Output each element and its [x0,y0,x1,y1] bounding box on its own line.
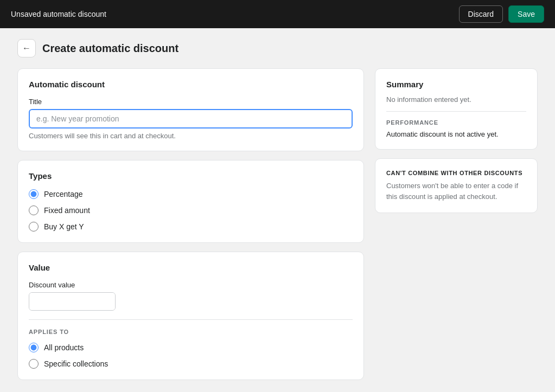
summary-card: Summary No information entered yet. PERF… [375,68,538,150]
type-fixed-amount[interactable]: Fixed amount [29,205,353,215]
type-percentage[interactable]: Percentage [29,189,353,199]
back-arrow-icon: ← [22,43,31,53]
type-fixed-amount-label: Fixed amount [44,206,90,215]
types-title: Types [29,171,353,181]
page-title: Create automatic discount [42,42,178,55]
type-buy-x-get-y[interactable]: Buy X get Y [29,222,353,232]
type-buy-x-get-y-radio[interactable] [29,222,39,232]
type-percentage-radio[interactable] [29,189,39,199]
automatic-discount-title: Automatic discount [29,80,353,89]
summary-empty-text: No information entered yet. [386,95,526,104]
title-field-label: Title [29,98,353,106]
applies-specific-collections-label: Specific collections [44,359,108,368]
type-percentage-label: Percentage [44,190,83,198]
combine-card: CAN'T COMBINE WITH OTHER DISCOUNTS Custo… [375,158,538,213]
type-fixed-amount-radio[interactable] [29,205,39,215]
applies-to-label: APPLIES TO [29,329,353,335]
back-button[interactable]: ← [17,39,36,57]
performance-label: PERFORMANCE [386,119,526,126]
applies-to-radio-group: All products Specific collections [29,343,353,369]
applies-all-products[interactable]: All products [29,343,353,352]
performance-text: Automatic discount is not active yet. [386,130,526,138]
discard-button[interactable]: Discard [459,5,503,23]
discount-value-input-wrap: % [29,292,116,311]
discount-value-label: Discount value [29,281,353,289]
section-divider [29,319,353,320]
discount-value-input[interactable] [29,293,116,310]
applies-all-products-radio[interactable] [29,343,39,352]
summary-title: Summary [386,80,526,89]
applies-specific-collections-radio[interactable] [29,359,39,369]
main-layout: Automatic discount Title Customers will … [0,68,555,392]
topbar-title: Unsaved automatic discount [11,10,106,18]
topbar: Unsaved automatic discount Discard Save [0,0,555,28]
title-input[interactable] [29,109,353,128]
types-card: Types Percentage Fixed amount Buy X get … [17,160,364,243]
types-radio-group: Percentage Fixed amount Buy X get Y [29,189,353,232]
value-card: Value Discount value % APPLIES TO All pr… [17,252,364,380]
applies-all-products-label: All products [44,343,84,352]
automatic-discount-card: Automatic discount Title Customers will … [17,68,364,151]
topbar-actions: Discard Save [459,5,544,23]
page-header: ← Create automatic discount [0,28,555,68]
save-button[interactable]: Save [508,5,544,23]
left-column: Automatic discount Title Customers will … [17,68,364,380]
combine-text: Customers won't be able to enter a code … [386,181,526,202]
value-title: Value [29,263,353,272]
type-buy-x-get-y-label: Buy X get Y [44,222,84,231]
right-column: Summary No information entered yet. PERF… [375,68,538,213]
title-hint: Customers will see this in cart and at c… [29,132,353,140]
applies-specific-collections[interactable]: Specific collections [29,359,353,369]
summary-divider [386,111,526,112]
combine-title: CAN'T COMBINE WITH OTHER DISCOUNTS [386,170,526,176]
